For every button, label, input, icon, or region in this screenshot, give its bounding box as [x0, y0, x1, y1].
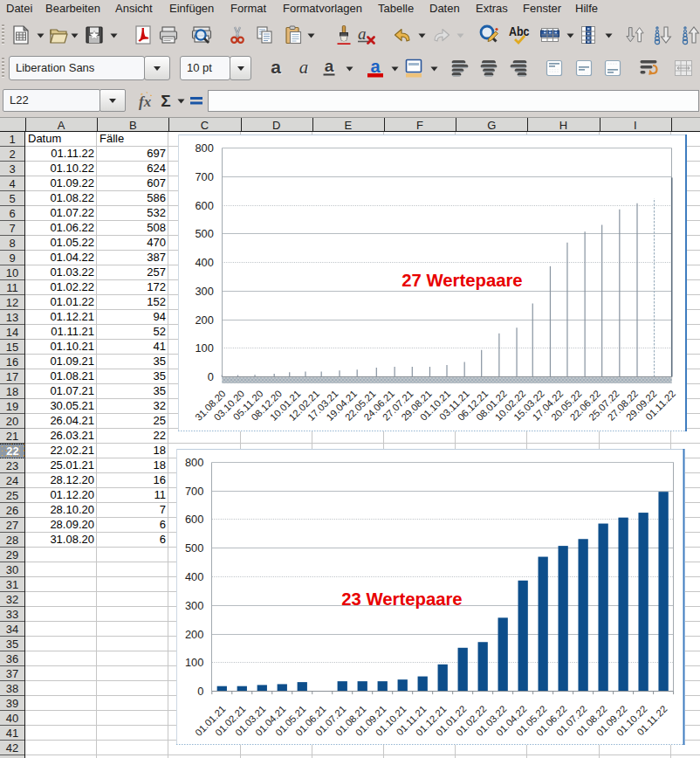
- svg-text:500: 500: [185, 541, 203, 555]
- svg-text:700: 700: [185, 485, 203, 498]
- svg-text:400: 400: [195, 256, 213, 269]
- svg-text:fx: fx: [139, 93, 152, 110]
- svg-text:a: a: [325, 58, 334, 75]
- svg-text:100: 100: [195, 341, 213, 355]
- svg-text:200: 200: [195, 314, 213, 327]
- svg-text:100: 100: [185, 656, 203, 669]
- svg-text:400: 400: [185, 570, 203, 583]
- svg-text:600: 600: [185, 513, 203, 526]
- svg-text:a: a: [370, 58, 381, 76]
- svg-text:Σ: Σ: [161, 92, 170, 110]
- svg-text:0: 0: [197, 685, 203, 698]
- svg-text:Abc: Abc: [509, 24, 530, 38]
- svg-text:600: 600: [195, 199, 213, 212]
- svg-text:a: a: [358, 24, 367, 43]
- svg-text:23 Wertepaare: 23 Wertepaare: [341, 589, 462, 609]
- svg-text:300: 300: [195, 285, 213, 298]
- svg-text:800: 800: [195, 141, 213, 155]
- svg-text:27 Wertepaare: 27 Wertepaare: [401, 271, 522, 290]
- svg-text:200: 200: [185, 628, 203, 641]
- svg-text:a: a: [271, 58, 281, 77]
- svg-text:700: 700: [195, 170, 213, 183]
- svg-text:0: 0: [208, 370, 214, 383]
- svg-text:800: 800: [185, 456, 203, 469]
- svg-text:500: 500: [195, 227, 213, 240]
- svg-text:300: 300: [185, 599, 203, 612]
- svg-text:a: a: [299, 58, 309, 78]
